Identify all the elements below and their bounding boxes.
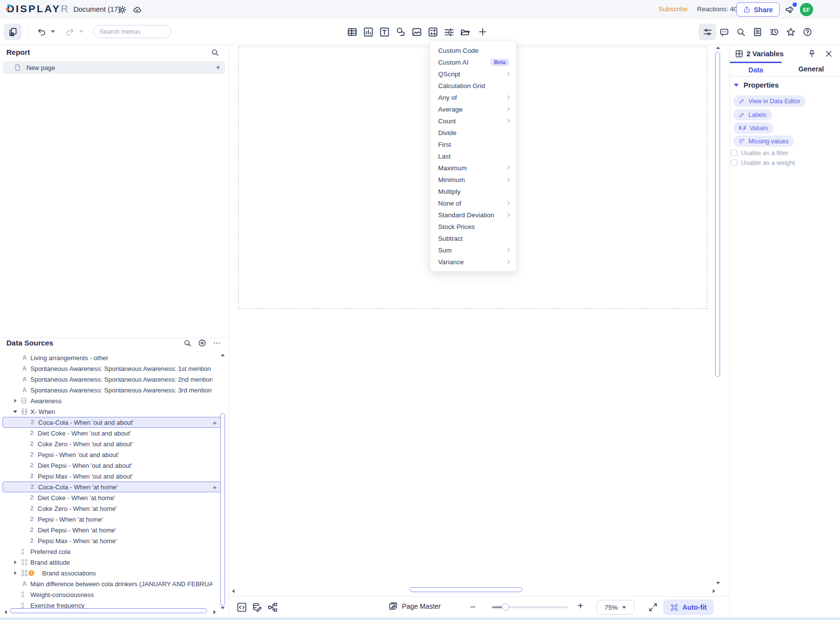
share-button[interactable]: Share (736, 2, 780, 17)
redo-button[interactable] (62, 23, 78, 40)
usable-as-weight-checkbox-row[interactable]: Usable as a weight (731, 159, 795, 166)
menu-item-standard-deviation[interactable]: Standard Deviation (430, 209, 516, 221)
tab-data[interactable]: Data (730, 62, 782, 76)
data-source-item-diet-pepsi-when-out-and-about[interactable]: 2Diet Pepsi - When 'out and about' (2, 460, 221, 471)
insert-filter-control-icon[interactable] (441, 23, 457, 40)
canvas-scroll-up-arrow[interactable] (716, 46, 720, 49)
zoom-slider-thumb[interactable] (502, 603, 509, 611)
values-button[interactable]: #,# Values (733, 122, 773, 134)
usable-as-filter-checkbox-row[interactable]: Usable as a filter (731, 149, 789, 157)
menu-item-sum[interactable]: Sum (430, 244, 516, 256)
insert-chart-icon[interactable] (360, 23, 376, 40)
data-source-item-coca-cola-when-at-home[interactable]: 2Coca-Cola - When 'at home'+ (2, 482, 221, 492)
data-source-item-brand-associations[interactable]: !Brand associations (2, 568, 221, 578)
data-source-item-pepsi-when-at-home[interactable]: 2Pepsi - When 'at home' (2, 514, 221, 525)
document-title[interactable]: Document (17) (73, 5, 120, 13)
canvas-vertical-scrollbar-thumb[interactable] (715, 52, 720, 377)
zoom-level-dropdown[interactable]: 75% (596, 600, 634, 615)
edit-data-icon[interactable] (251, 601, 263, 613)
data-source-item-living-arrangements-other[interactable]: ALiving arrangements - other (2, 352, 221, 363)
data-source-item-coca-cola-when-out-and-about[interactable]: 2Coca-Cola - When 'out and about'+ (2, 417, 221, 428)
canvas-scroll-down-arrow[interactable] (716, 582, 720, 584)
menu-item-any-of[interactable]: Any of (430, 92, 516, 103)
missing-values-button[interactable]: Missing values (733, 136, 794, 147)
menu-item-count[interactable]: Count (430, 115, 516, 127)
view-in-data-editor-button[interactable]: View in Data Editor (733, 95, 806, 107)
menu-item-calculation-grid[interactable]: Calculation Grid (430, 80, 516, 92)
data-source-item-x-when[interactable]: 2222X- When (2, 406, 221, 417)
add-data-source-icon[interactable] (198, 339, 207, 347)
auto-fit-button[interactable]: Auto-fit (663, 599, 714, 615)
insert-table-icon[interactable] (344, 23, 360, 40)
menu-item-stock-prices[interactable]: Stock Prices (430, 221, 516, 232)
ds-scroll-left-arrow[interactable] (4, 610, 7, 614)
data-source-item-pepsi-max-when-out-and-about[interactable]: 2Pepsi Max - When 'out and about' (2, 471, 221, 482)
ds-scroll-down-arrow[interactable] (221, 607, 225, 609)
close-panel-icon[interactable] (824, 49, 833, 60)
notes-icon[interactable] (749, 23, 766, 40)
menu-item-qscript[interactable]: QScript (430, 68, 516, 80)
insert-more-plus-icon[interactable] (474, 23, 491, 40)
report-search-icon[interactable] (210, 48, 219, 57)
menu-item-multiply[interactable]: Multiply (430, 185, 516, 197)
data-source-item-coke-zero-when-out-and-about[interactable]: 2Coke Zero - When 'out and about' (2, 438, 221, 449)
tree-expand-arrow[interactable] (13, 571, 18, 575)
data-source-item-diet-pepsi-when-at-home[interactable]: 2Diet Pepsi - When 'at home' (2, 525, 221, 535)
add-to-page-plus-icon[interactable]: + (212, 419, 217, 426)
menu-item-none-of[interactable]: None of (430, 197, 516, 209)
menu-item-last[interactable]: Last (430, 150, 516, 162)
comments-icon[interactable] (716, 23, 732, 40)
data-source-item-diet-coke-when-out-and-about[interactable]: 2Diet Coke - When 'out and about' (2, 428, 221, 438)
ds-horizontal-scrollbar-thumb[interactable] (10, 608, 207, 613)
canvas-scroll-right-arrow[interactable] (713, 589, 715, 593)
data-source-item-spontaneous-awareness-spontaneous-awaren[interactable]: ASpontaneous Awareness: Spontaneous Awar… (2, 385, 221, 395)
favorites-star-icon[interactable] (782, 23, 799, 40)
menu-item-custom-code[interactable]: Custom Code (430, 45, 516, 56)
menu-item-variance[interactable]: Variance (430, 256, 516, 268)
object-inspector-toggle[interactable] (699, 23, 716, 40)
tree-expand-arrow[interactable] (13, 398, 18, 403)
tab-general[interactable]: General (782, 62, 840, 76)
data-source-item-diet-coke-when-at-home[interactable]: 2Diet Coke - When 'at home' (2, 492, 221, 503)
undo-dropdown-caret[interactable] (51, 30, 55, 33)
data-source-item-preferred-cola[interactable]: Preferred cola (2, 546, 221, 557)
menu-item-custom-ai[interactable]: Custom AIBeta (430, 56, 516, 68)
add-page-plus-icon[interactable]: + (216, 64, 220, 71)
data-source-item-weight-consciousness[interactable]: Weight-consciousness (2, 589, 221, 600)
undo-button[interactable] (33, 23, 50, 40)
view-source-code-icon[interactable] (236, 601, 248, 613)
report-page-new-page[interactable]: New page + (3, 61, 225, 74)
zoom-out-button[interactable]: − (470, 602, 476, 612)
data-source-item-brand-attitude[interactable]: Brand attitude (2, 557, 221, 568)
subscribe-link[interactable]: Subscribe (658, 5, 688, 13)
version-history-icon[interactable] (766, 23, 782, 40)
labels-button[interactable]: Labels (733, 109, 772, 120)
menu-item-average[interactable]: Average (430, 103, 516, 115)
data-source-item-spontaneous-awareness-spontaneous-awaren[interactable]: ASpontaneous Awareness: Spontaneous Awar… (2, 363, 221, 374)
tree-collapse-arrow[interactable] (13, 409, 18, 414)
redo-dropdown-caret[interactable] (79, 30, 83, 33)
search-icon[interactable] (732, 23, 749, 40)
menu-item-first[interactable]: First (430, 138, 516, 150)
ds-vertical-scrollbar-thumb[interactable] (220, 413, 225, 606)
checkbox-icon[interactable] (731, 150, 737, 156)
data-source-item-awareness[interactable]: Awareness (2, 395, 221, 406)
data-source-item-coke-zero-when-at-home[interactable]: 2Coke Zero - When 'at home' (2, 503, 221, 514)
data-source-item-pepsi-when-out-and-about[interactable]: 2Pepsi - When 'out and about' (2, 449, 221, 460)
data-sources-more-icon[interactable] (212, 339, 221, 347)
pin-panel-icon[interactable] (807, 49, 817, 60)
cloud-status-icon[interactable] (132, 5, 142, 15)
fullscreen-expand-icon[interactable] (647, 601, 659, 613)
insert-calculation-icon[interactable] (424, 23, 441, 40)
ds-scroll-up-arrow[interactable] (221, 354, 225, 356)
data-source-item-main-difference-between-cola-drinkers-ja[interactable]: AMain difference between cola drinkers (… (2, 578, 221, 589)
data-source-item-pepsi-max-when-at-home[interactable]: 2Pepsi Max - When 'at home' (2, 535, 221, 546)
insert-folder-icon[interactable] (457, 23, 473, 40)
data-sources-search-icon[interactable] (183, 339, 192, 347)
help-icon[interactable] (799, 23, 816, 40)
dependency-graph-icon[interactable] (267, 601, 279, 613)
canvas-scroll-left-arrow[interactable] (232, 589, 234, 593)
properties-section-header[interactable]: Properties (734, 81, 779, 89)
menu-item-subtract[interactable]: Subtract (430, 232, 516, 244)
menu-item-divide[interactable]: Divide (430, 127, 516, 138)
